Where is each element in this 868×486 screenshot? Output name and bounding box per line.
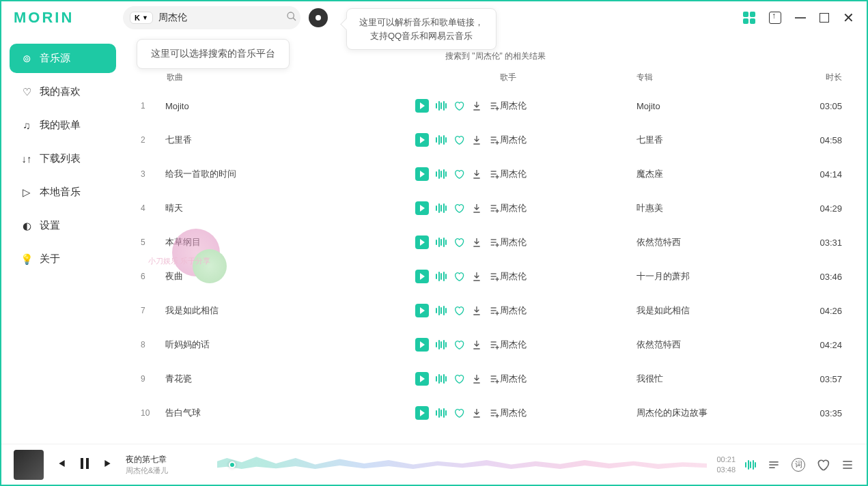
add-to-queue-button[interactable]	[489, 203, 500, 214]
track-artist: 周杰伦	[500, 304, 636, 317]
minimize-button[interactable]: —	[795, 12, 806, 24]
sidebar-item-local[interactable]: ▷本地音乐	[10, 177, 116, 207]
track-index: 7	[141, 306, 165, 315]
download-button[interactable]	[471, 100, 482, 111]
like-button[interactable]	[453, 134, 464, 145]
sidebar-item-playlists[interactable]: ♫我的歌单	[10, 111, 116, 140]
prev-button[interactable]	[53, 457, 67, 473]
visualizer-icon[interactable]	[436, 169, 447, 179]
track-title: 晴天	[165, 202, 183, 214]
play-button[interactable]	[415, 304, 429, 317]
play-button[interactable]	[415, 338, 429, 352]
upload-icon[interactable]	[769, 12, 781, 24]
table-row[interactable]: 7我是如此相信周杰伦我是如此相信04:26	[124, 294, 867, 328]
add-to-queue-button[interactable]	[489, 408, 500, 418]
progress-bar[interactable]	[217, 454, 707, 476]
add-to-queue-button[interactable]	[489, 100, 500, 111]
track-album: 十一月的萧邦	[636, 270, 804, 283]
table-row[interactable]: 8听妈妈的话周杰伦依然范特西04:24	[124, 328, 867, 362]
table-row[interactable]: 4晴天周杰伦叶惠美04:29	[124, 191, 867, 225]
download-button[interactable]	[471, 169, 482, 180]
track-index: 10	[141, 408, 165, 418]
play-button[interactable]	[415, 167, 429, 181]
table-row[interactable]: 9青花瓷周杰伦我很忙03:57	[124, 362, 867, 396]
maximize-button[interactable]	[820, 13, 829, 23]
like-button[interactable]	[453, 271, 464, 282]
track-album: 我很忙	[636, 373, 804, 385]
visualizer-icon[interactable]	[436, 408, 447, 418]
add-to-queue-button[interactable]	[489, 373, 500, 384]
table-row[interactable]: 10告白气球周杰伦周杰伦的床边故事03:35	[124, 396, 867, 430]
platform-selector[interactable]: K ▼	[130, 12, 153, 24]
table-row[interactable]: 6夜曲周杰伦十一月的萧邦03:46	[124, 259, 867, 294]
visualizer-icon[interactable]	[436, 238, 447, 247]
play-button[interactable]	[415, 99, 429, 113]
add-to-queue-button[interactable]	[489, 339, 500, 350]
visualizer-icon[interactable]	[436, 340, 447, 349]
add-to-queue-button[interactable]	[489, 169, 500, 180]
search-icon[interactable]	[283, 8, 300, 27]
visualizer-icon[interactable]	[436, 306, 447, 315]
track-title: Mojito	[165, 101, 189, 111]
visualizer-icon[interactable]	[436, 203, 447, 213]
sidebar-item-about[interactable]: 💡关于	[10, 244, 116, 274]
queue-icon[interactable]	[767, 458, 781, 472]
like-button[interactable]	[453, 100, 464, 111]
like-button[interactable]	[453, 408, 464, 418]
add-to-queue-button[interactable]	[489, 134, 500, 145]
visualizer-icon[interactable]	[436, 374, 447, 384]
visualizer-icon[interactable]	[436, 101, 447, 111]
add-to-queue-button[interactable]	[489, 271, 500, 282]
download-button[interactable]	[471, 373, 482, 384]
add-to-queue-button[interactable]	[489, 305, 500, 316]
sidebar-item-favorites[interactable]: ♡我的喜欢	[10, 77, 116, 106]
table-row[interactable]: 5本草纲目周杰伦依然范特西03:31	[124, 225, 867, 259]
play-pause-button[interactable]	[76, 455, 93, 474]
like-button[interactable]	[453, 203, 464, 214]
download-button[interactable]	[471, 237, 482, 248]
table-row[interactable]: 2七里香周杰伦七里香04:58	[124, 123, 867, 157]
like-button[interactable]	[453, 237, 464, 248]
equalizer-icon[interactable]	[745, 460, 756, 470]
play-button[interactable]	[415, 133, 429, 147]
like-button[interactable]	[453, 169, 464, 180]
sidebar-item-downloads[interactable]: ↓↑下载列表	[10, 144, 116, 173]
download-button[interactable]	[471, 203, 482, 214]
visualizer-icon[interactable]	[436, 135, 447, 145]
play-button[interactable]	[415, 372, 429, 386]
like-button[interactable]	[453, 305, 464, 316]
lyrics-button[interactable]: 词	[792, 458, 805, 472]
download-button[interactable]	[471, 271, 482, 282]
apps-grid-icon[interactable]	[743, 12, 755, 24]
play-button[interactable]	[415, 201, 429, 215]
download-button[interactable]	[471, 305, 482, 316]
download-button[interactable]	[471, 408, 482, 418]
download-list-icon: ↓↑	[20, 153, 33, 165]
table-row[interactable]: 1Mojito周杰伦Mojito03:05	[124, 89, 867, 123]
sidebar-item-settings[interactable]: ◐设置	[10, 211, 116, 240]
play-button[interactable]	[415, 270, 429, 283]
download-button[interactable]	[471, 134, 482, 145]
playlist-menu-icon[interactable]	[841, 458, 854, 472]
download-button[interactable]	[471, 339, 482, 350]
track-duration: 04:29	[804, 203, 842, 214]
visualizer-icon[interactable]	[436, 272, 447, 281]
table-row[interactable]: 11周杰伦	[124, 430, 867, 437]
play-button[interactable]	[415, 406, 429, 420]
like-button[interactable]	[453, 339, 464, 350]
next-button[interactable]	[102, 457, 116, 473]
sidebar-item-music-source[interactable]: ⊚音乐源	[10, 44, 116, 73]
table-row[interactable]: 3给我一首歌的时间周杰伦魔杰座04:14	[124, 157, 867, 191]
close-button[interactable]: ✕	[843, 10, 854, 26]
progress-handle[interactable]	[229, 461, 236, 468]
favorite-button[interactable]	[816, 458, 830, 472]
track-list[interactable]: 1Mojito周杰伦Mojito03:052七里香周杰伦七里香04:583给我一…	[124, 89, 867, 437]
album-cover[interactable]	[14, 450, 44, 480]
track-duration: 04:14	[804, 169, 842, 180]
track-index: 5	[141, 238, 165, 247]
play-button[interactable]	[415, 235, 429, 249]
like-button[interactable]	[453, 373, 464, 384]
add-to-queue-button[interactable]	[489, 237, 500, 248]
search-input[interactable]	[153, 12, 283, 23]
parse-link-button[interactable]	[309, 8, 328, 27]
